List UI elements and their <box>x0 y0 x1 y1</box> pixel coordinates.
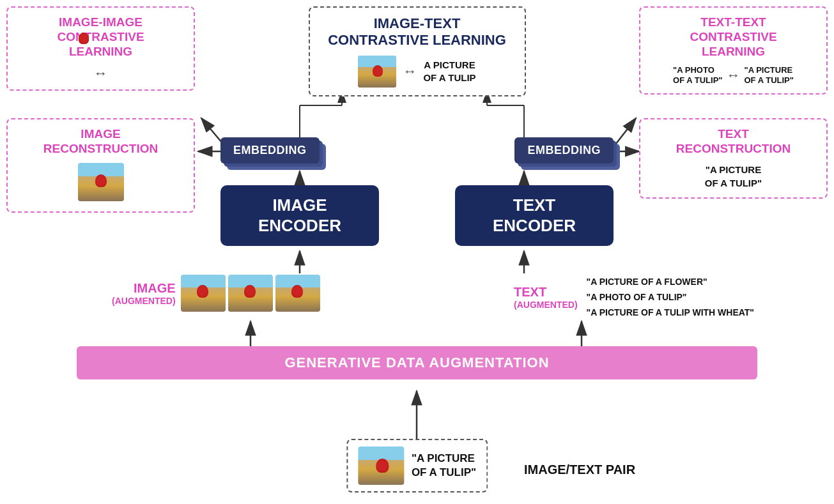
pair-label: IMAGE/TEXT PAIR <box>524 462 635 477</box>
image-encoder-box: IMAGE ENCODER <box>220 185 379 246</box>
text-embedding-stack: EMBEDDING <box>514 137 614 169</box>
ii-contrastive-box: IMAGE-IMAGE CONTRASTIVE LEARNING ↔ <box>6 6 195 91</box>
tt-text-left: "A PHOTO OF A TULIP" <box>673 65 722 85</box>
it-double-arrow: ↔ <box>403 63 417 80</box>
tt-text-right: "A PICTURE OF A TULIP" <box>745 65 794 85</box>
pair-image <box>358 447 404 485</box>
pair-box: "A PICTURE OF A TULIP" <box>346 439 488 493</box>
tt-contrastive-content: "A PHOTO OF A TULIP" ↔ "A PICTURE OF A T… <box>649 65 817 85</box>
diagram: IMAGE-TEXT CONTRASTIVE LEARNING ↔ A PICT… <box>0 0 834 504</box>
text-line-3: "A PICTURE OF A TULIP WITH WHEAT" <box>587 305 754 321</box>
pair-text: "A PICTURE OF A TULIP" <box>412 452 476 480</box>
ii-contrastive-content: ↔ <box>17 65 185 82</box>
img-reconstruction-box: IMAGE RECONSTRUCTION <box>6 118 195 213</box>
img-reconstruction-title: IMAGE RECONSTRUCTION <box>17 127 185 157</box>
it-contrastive-box: IMAGE-TEXT CONTRASTIVE LEARNING ↔ A PICT… <box>309 6 526 96</box>
text-line-1: "A PICTURE OF A FLOWER" <box>587 275 754 290</box>
txt-reconstruction-box: TEXT RECONSTRUCTION "A PICTURE OF A TULI… <box>639 118 828 199</box>
text-input-section: TEXT (AUGMENTED) "A PICTURE OF A FLOWER"… <box>514 275 754 320</box>
tt-contrastive-box: TEXT-TEXT CONTRASTIVE LEARNING "A PHOTO … <box>639 6 828 95</box>
image-embedding-wrapper: EMBEDDING <box>220 137 320 164</box>
input-image-3 <box>275 275 320 312</box>
text-embedding-wrapper: EMBEDDING <box>514 137 614 164</box>
image-input-section: IMAGE (AUGMENTED) <box>112 275 320 312</box>
input-image-1 <box>181 275 226 312</box>
text-line-2: "A PHOTO OF A TULIP" <box>587 290 754 305</box>
text-input-label: TEXT (AUGMENTED) <box>514 285 578 310</box>
image-label-sub: (AUGMENTED) <box>112 296 176 306</box>
image-embedding-stack: EMBEDDING <box>220 137 320 169</box>
ii-double-arrow: ↔ <box>94 65 108 82</box>
image-input-label: IMAGE (AUGMENTED) <box>112 281 176 306</box>
img-reconstruction-image <box>78 163 124 201</box>
text-input-lines: "A PICTURE OF A FLOWER" "A PHOTO OF A TU… <box>587 275 754 320</box>
image-embedding-box: EMBEDDING <box>220 137 320 164</box>
it-tulip-image <box>358 56 396 88</box>
gen-aug-label: GENERATIVE DATA AUGMENTATION <box>284 355 549 371</box>
gen-aug-bar: GENERATIVE DATA AUGMENTATION <box>77 346 757 379</box>
tt-contrastive-title: TEXT-TEXT CONTRASTIVE LEARNING <box>649 15 817 59</box>
txt-reconstruction-title: TEXT RECONSTRUCTION <box>649 127 817 157</box>
it-tulip-text: A PICTURE OF A TULIP <box>423 59 475 84</box>
svg-line-17 <box>614 118 636 147</box>
text-label-main: TEXT <box>514 285 578 300</box>
input-image-2 <box>228 275 273 312</box>
image-label-main: IMAGE <box>112 281 176 296</box>
text-label-sub: (AUGMENTED) <box>514 300 578 310</box>
input-images <box>181 275 320 312</box>
text-embedding-box: EMBEDDING <box>514 137 614 164</box>
txt-reconstruction-content: "A PICTURE OF A TULIP" <box>649 163 817 190</box>
it-contrastive-title: IMAGE-TEXT CONTRASTIVE LEARNING <box>323 15 512 49</box>
it-contrastive-content: ↔ A PICTURE OF A TULIP <box>323 56 512 88</box>
ii-contrastive-title: IMAGE-IMAGE CONTRASTIVE LEARNING <box>17 15 185 59</box>
text-encoder-box: TEXT ENCODER <box>455 185 614 246</box>
tt-double-arrow: ↔ <box>727 67 741 84</box>
